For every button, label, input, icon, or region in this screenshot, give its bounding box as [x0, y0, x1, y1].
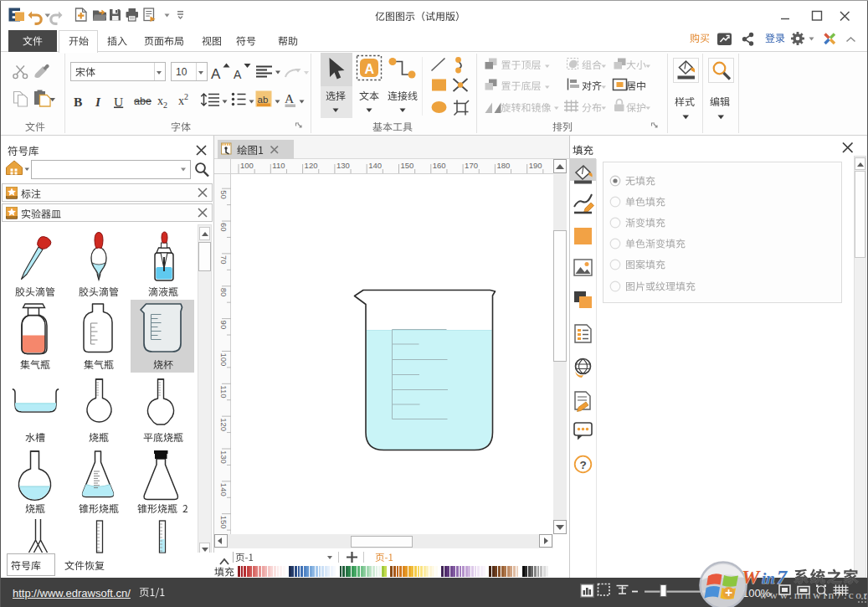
- svg-text:150: 150: [219, 516, 229, 529]
- svg-text:50: 50: [219, 190, 229, 199]
- svg-text:110: 110: [272, 161, 285, 170]
- svg-text:100: 100: [240, 161, 254, 170]
- svg-text:140: 140: [219, 483, 229, 496]
- svg-text:170: 170: [465, 161, 478, 170]
- svg-text:150: 150: [401, 161, 414, 170]
- svg-text:120: 120: [305, 161, 318, 170]
- svg-text:80: 80: [219, 288, 229, 297]
- svg-text:190: 190: [529, 161, 542, 170]
- svg-text:70: 70: [219, 255, 229, 265]
- svg-text:60: 60: [219, 223, 229, 232]
- svg-text:120: 120: [219, 418, 229, 431]
- svg-text:140: 140: [368, 161, 382, 170]
- svg-text:180: 180: [496, 161, 510, 170]
- svg-text:100: 100: [219, 352, 229, 366]
- svg-text:90: 90: [219, 321, 229, 330]
- svg-text:130: 130: [219, 450, 229, 464]
- svg-text:160: 160: [433, 161, 446, 170]
- svg-text:130: 130: [336, 161, 350, 170]
- svg-text:110: 110: [219, 385, 229, 398]
